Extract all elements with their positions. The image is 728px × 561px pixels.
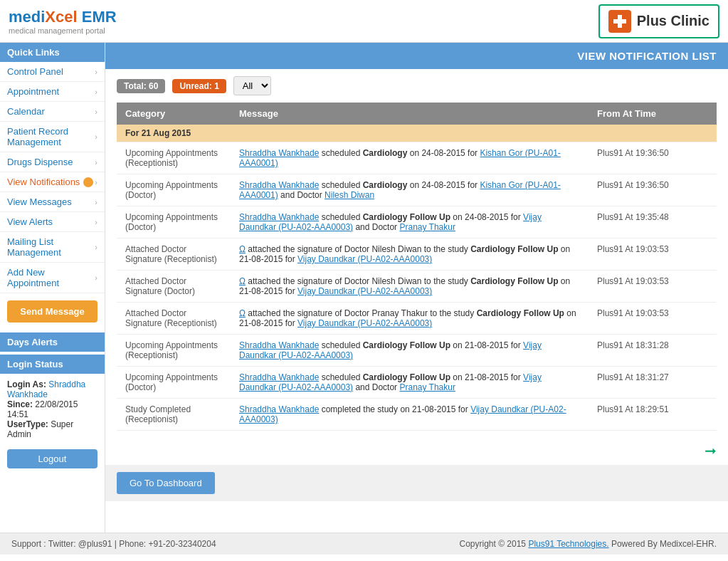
row-category: Attached Doctor Signature (Receptionist): [117, 303, 231, 335]
footer-support: Support : Twitter: @plus91 | Phone: +91-…: [11, 539, 216, 549]
login-as-row: Login As: Shraddha Wankhade: [7, 379, 97, 399]
row-category: Upcoming Appointments (Doctor): [117, 174, 231, 206]
notification-bar: Total: 60 Unread: 1 All: [105, 69, 728, 103]
sidebar-label-appointment: Appointment: [7, 86, 59, 97]
chevron-right-icon: ›: [95, 132, 97, 141]
chevron-right-icon: ›: [95, 178, 97, 187]
row-message: Shraddha Wankhade scheduled Cardiology o…: [231, 174, 589, 206]
row-category: Attached Doctor Signature (Receptionist): [117, 238, 231, 271]
notification-dot-icon: [83, 177, 93, 187]
dashboard-button[interactable]: Go To Dashboard: [117, 472, 215, 494]
table-row: Attached Doctor Signature (Doctor) Ω att…: [117, 271, 717, 303]
layout: Quick Links Control Panel › Appointment …: [0, 43, 728, 533]
pagination: ➞: [105, 436, 728, 465]
sidebar-label-control-panel: Control Panel: [7, 66, 63, 77]
clinic-logo: Plus Clinic: [598, 4, 719, 38]
logo-emr: EMR: [78, 8, 117, 26]
chevron-right-icon: ›: [95, 108, 97, 116]
link-shraddha[interactable]: Shraddha Wankhade: [239, 340, 319, 350]
table-row: Attached Doctor Signature (Receptionist)…: [117, 238, 717, 271]
row-message: Shraddha Wankhade scheduled Cardiology F…: [231, 335, 589, 367]
svg-rect-1: [613, 19, 626, 23]
notifications-table: Category Message From At Time For 21 Aug…: [117, 103, 717, 431]
table-container: Category Message From At Time For 21 Aug…: [105, 103, 728, 436]
row-time: Plus91 At 18:31:28: [589, 335, 717, 367]
days-alerts-title: Days Alerts: [0, 332, 105, 352]
sidebar-label-mailing-list: Mailing List Management: [7, 236, 95, 258]
link-shraddha[interactable]: Shraddha Wankhade: [239, 372, 319, 382]
sidebar-label-view-notifications: View Notifications: [7, 177, 80, 187]
row-time: Plus91 At 19:03:53: [589, 303, 717, 335]
usertype-label: UserType:: [7, 419, 48, 429]
sidebar-item-control-panel[interactable]: Control Panel ›: [0, 62, 105, 82]
table-row: Upcoming Appointments (Doctor) Shraddha …: [117, 367, 717, 399]
link-shraddha[interactable]: Shraddha Wankhade: [239, 212, 319, 222]
since-row: Since: 22/08/2015 14:51: [7, 399, 97, 419]
unread-badge: Unread: 1: [172, 79, 226, 93]
row-message: Shraddha Wankhade scheduled Cardiology o…: [231, 142, 589, 174]
sidebar-item-mailing-list[interactable]: Mailing List Management ›: [0, 232, 105, 263]
link-omega[interactable]: Ω: [239, 244, 246, 254]
since-label: Since:: [7, 399, 33, 409]
dashboard-bar: Go To Dashboard: [105, 465, 728, 501]
filter-select[interactable]: All: [233, 76, 271, 95]
link-pranay[interactable]: Pranay Thakur: [399, 382, 455, 392]
sidebar-item-appointment[interactable]: Appointment ›: [0, 82, 105, 102]
date-group-row: For 21 Aug 2015: [117, 125, 717, 142]
sidebar-item-calendar[interactable]: Calendar ›: [0, 102, 105, 122]
usertype-row: UserType: Super Admin: [7, 419, 97, 439]
row-category: Upcoming Appointments (Receptionist): [117, 335, 231, 367]
row-message: Shraddha Wankhade scheduled Cardiology F…: [231, 206, 589, 238]
next-page-arrow[interactable]: ➞: [705, 443, 717, 458]
footer-company-link[interactable]: Plus91 Technologies.: [528, 539, 608, 549]
row-message: Shraddha Wankhade completed the study on…: [231, 399, 589, 431]
link-pranay[interactable]: Pranay Thakur: [399, 222, 455, 232]
link-shraddha[interactable]: Shraddha Wankhade: [239, 180, 319, 190]
row-time: Plus91 At 19:36:50: [589, 174, 717, 206]
table-row: Study Completed (Receptionist) Shraddha …: [117, 399, 717, 431]
link-vijay[interactable]: Vijay Daundkar (PU-A02-AAA0003): [297, 286, 432, 296]
sidebar-item-view-notifications[interactable]: View Notifications ›: [0, 172, 105, 192]
logo-medi: medi: [9, 8, 45, 26]
logout-button[interactable]: Logout: [7, 449, 97, 468]
sidebar-item-patient-record[interactable]: Patient Record Management ›: [0, 122, 105, 152]
sidebar-label-drugs-dispense: Drugs Dispense: [7, 157, 73, 167]
sidebar-item-view-messages[interactable]: View Messages ›: [0, 192, 105, 212]
sidebar-item-view-alerts[interactable]: View Alerts ›: [0, 212, 105, 232]
chevron-right-icon: ›: [95, 198, 97, 206]
logo: mediXcel EMR medical management portal: [9, 8, 117, 35]
clinic-icon: [608, 10, 631, 33]
clinic-name: Plus Clinic: [637, 13, 709, 29]
chevron-right-icon: ›: [95, 243, 97, 251]
link-shraddha[interactable]: Shraddha Wankhade: [239, 404, 319, 414]
row-message: Ω attached the signature of Doctor Niles…: [231, 238, 589, 271]
app-header: mediXcel EMR medical management portal P…: [0, 0, 728, 43]
sidebar-label-add-appointment: Add New Appointment: [7, 267, 95, 288]
date-group-label: For 21 Aug 2015: [117, 125, 717, 142]
chevron-right-icon: ›: [95, 158, 97, 167]
login-as-label: Login As:: [7, 379, 46, 389]
link-vijay[interactable]: Vijay Daundkar (PU-A02-AAA0003): [297, 318, 432, 328]
total-badge: Total: 60: [117, 79, 165, 93]
row-time: Plus91 At 19:36:50: [589, 142, 717, 174]
link-nilesh[interactable]: Nilesh Diwan: [325, 190, 374, 200]
main-content: VIEW NOTIFICATION LIST Total: 60 Unread:…: [105, 43, 728, 533]
col-message: Message: [231, 103, 589, 125]
send-message-button[interactable]: Send Message: [7, 300, 97, 323]
sidebar-item-add-appointment[interactable]: Add New Appointment ›: [0, 263, 105, 293]
table-header: Category Message From At Time: [117, 103, 717, 125]
logo-title: mediXcel EMR: [9, 8, 117, 26]
link-vijay[interactable]: Vijay Daundkar (PU-A02-AAA0003): [297, 254, 432, 264]
logo-subtitle: medical management portal: [9, 26, 117, 35]
table-row: Upcoming Appointments (Receptionist) Shr…: [117, 142, 717, 174]
chevron-right-icon: ›: [95, 273, 97, 282]
sidebar: Quick Links Control Panel › Appointment …: [0, 43, 105, 533]
col-time: From At Time: [589, 103, 717, 125]
sidebar-item-drugs-dispense[interactable]: Drugs Dispense ›: [0, 152, 105, 172]
link-omega[interactable]: Ω: [239, 276, 246, 286]
link-omega[interactable]: Ω: [239, 308, 246, 318]
link-shraddha[interactable]: Shraddha Wankhade: [239, 148, 319, 158]
row-category: Attached Doctor Signature (Doctor): [117, 271, 231, 303]
sidebar-label-view-alerts: View Alerts: [7, 216, 53, 227]
row-time: Plus91 At 18:29:51: [589, 399, 717, 431]
